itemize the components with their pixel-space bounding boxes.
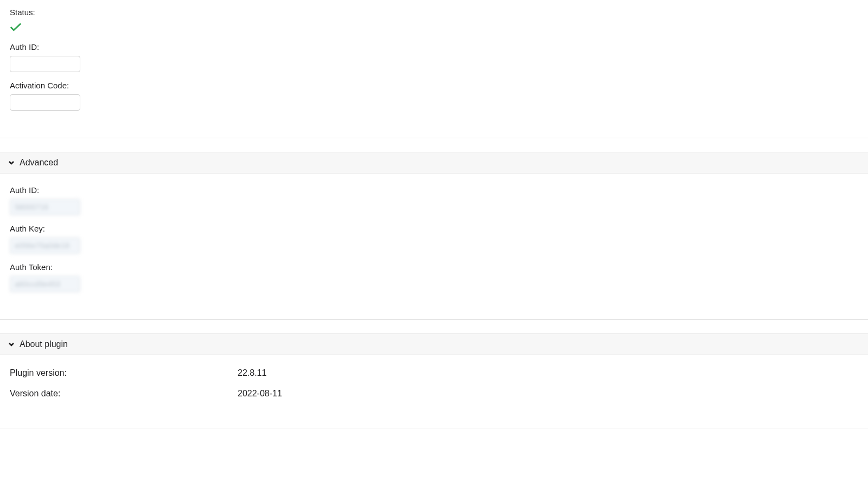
activation-code-field-group: Activation Code:	[10, 81, 858, 111]
advanced-auth-key-label: Auth Key:	[10, 224, 858, 233]
advanced-auth-id-label: Auth ID:	[10, 185, 858, 195]
advanced-section-title: Advanced	[20, 158, 58, 168]
advanced-auth-token-label: Auth Token:	[10, 262, 858, 272]
version-date-value: 2022-08-11	[238, 389, 282, 399]
advanced-auth-id-group: Auth ID:	[10, 185, 858, 215]
about-section-body: Plugin version: 22.8.11 Version date: 20…	[0, 355, 868, 417]
advanced-auth-key-group: Auth Key:	[10, 224, 858, 254]
spacer	[0, 320, 868, 333]
plugin-version-row: Plugin version: 22.8.11	[10, 363, 858, 383]
advanced-section-body: Auth ID: Auth Key: Auth Token:	[0, 174, 868, 309]
advanced-auth-token-input	[10, 276, 80, 292]
chevron-down-icon	[8, 341, 15, 348]
plugin-version-label: Plugin version:	[10, 368, 238, 378]
activation-code-input[interactable]	[10, 94, 80, 111]
spacer	[0, 138, 868, 152]
version-date-row: Version date: 2022-08-11	[10, 383, 858, 404]
advanced-auth-key-input	[10, 237, 80, 254]
divider	[0, 428, 868, 428]
advanced-auth-id-input	[10, 199, 80, 215]
auth-id-input[interactable]	[10, 56, 80, 72]
status-label: Status:	[10, 8, 858, 17]
about-section-title: About plugin	[20, 339, 68, 349]
check-icon	[10, 22, 22, 34]
advanced-auth-token-group: Auth Token:	[10, 262, 858, 292]
main-section: Status: Auth ID: Activation Code:	[0, 0, 868, 127]
auth-id-field-group: Auth ID:	[10, 42, 858, 72]
auth-id-label: Auth ID:	[10, 42, 858, 52]
advanced-section-header[interactable]: Advanced	[0, 152, 868, 174]
about-section-header[interactable]: About plugin	[0, 333, 868, 355]
plugin-version-value: 22.8.11	[238, 368, 266, 378]
version-date-label: Version date:	[10, 389, 238, 399]
status-field-group: Status:	[10, 8, 858, 34]
chevron-down-icon	[8, 159, 15, 166]
activation-code-label: Activation Code:	[10, 81, 858, 90]
